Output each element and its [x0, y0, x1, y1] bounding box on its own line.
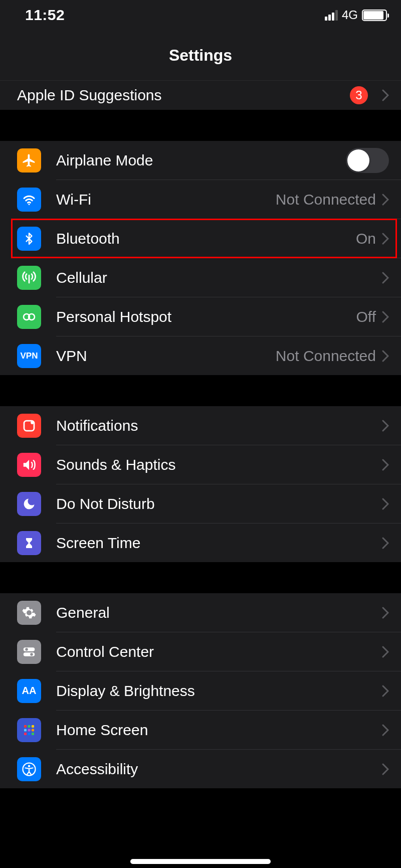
row-home-screen[interactable]: Home Screen — [0, 711, 401, 749]
row-airplane-mode[interactable]: Airplane Mode — [0, 141, 401, 180]
row-value: On — [356, 230, 376, 247]
group-alerts: Notifications Sounds & Haptics Do Not Di… — [0, 406, 401, 562]
vpn-icon: VPN — [17, 344, 41, 368]
svg-rect-9 — [24, 725, 27, 728]
hotspot-icon — [17, 305, 41, 329]
chevron-right-icon — [382, 194, 389, 206]
home-screen-icon — [17, 718, 41, 742]
wifi-icon — [17, 188, 41, 212]
row-apple-id-suggestions[interactable]: Apple ID Suggestions 3 — [0, 81, 401, 110]
chevron-right-icon — [382, 272, 389, 284]
row-label: Personal Hotspot — [56, 308, 356, 325]
chevron-right-icon — [382, 233, 389, 245]
group-apple-id: Apple ID Suggestions 3 — [0, 81, 401, 110]
row-label: Home Screen — [56, 722, 382, 739]
row-label: Control Center — [56, 643, 382, 660]
row-personal-hotspot[interactable]: Personal Hotspot Off — [0, 297, 401, 336]
hourglass-icon — [17, 531, 41, 555]
status-time: 11:52 — [25, 7, 65, 24]
row-value: Off — [356, 308, 376, 325]
chevron-right-icon — [382, 89, 389, 101]
row-label: Do Not Disturb — [56, 495, 382, 512]
status-bar: 11:52 4G — [0, 0, 401, 30]
row-general[interactable]: General — [0, 593, 401, 632]
svg-point-8 — [30, 653, 33, 656]
row-sounds-haptics[interactable]: Sounds & Haptics — [0, 445, 401, 484]
svg-rect-17 — [32, 733, 34, 735]
row-label: Wi-Fi — [56, 191, 276, 208]
nav-header: Settings — [0, 30, 401, 81]
group-connectivity: Airplane Mode Wi-Fi Not Connected Blueto… — [0, 141, 401, 375]
home-indicator[interactable] — [130, 859, 271, 864]
group-system: General Control Center AA Display & Brig… — [0, 593, 401, 788]
status-indicators: 4G — [325, 8, 387, 22]
row-value: Not Connected — [276, 191, 376, 208]
page-title: Settings — [169, 46, 232, 65]
row-notifications[interactable]: Notifications — [0, 406, 401, 445]
row-vpn[interactable]: VPN VPN Not Connected — [0, 336, 401, 375]
svg-point-7 — [25, 648, 28, 651]
row-screen-time[interactable]: Screen Time — [0, 524, 401, 562]
bluetooth-icon — [17, 227, 41, 251]
chevron-right-icon — [382, 459, 389, 471]
row-display-brightness[interactable]: AA Display & Brightness — [0, 671, 401, 710]
chevron-right-icon — [382, 537, 389, 549]
svg-rect-12 — [24, 729, 27, 731]
section-gap — [0, 110, 401, 141]
cellular-icon — [17, 266, 41, 290]
display-icon-text: AA — [22, 685, 37, 697]
row-value: Not Connected — [276, 348, 376, 365]
svg-rect-13 — [28, 729, 31, 731]
row-label: Airplane Mode — [56, 152, 346, 169]
row-accessibility[interactable]: Accessibility — [0, 750, 401, 788]
chevron-right-icon — [382, 498, 389, 510]
row-label: Screen Time — [56, 535, 382, 552]
svg-rect-6 — [24, 652, 35, 656]
gear-icon — [17, 601, 41, 625]
moon-icon — [17, 492, 41, 516]
chevron-right-icon — [382, 763, 389, 775]
svg-rect-15 — [24, 733, 27, 735]
sounds-icon — [17, 453, 41, 477]
svg-point-0 — [29, 203, 30, 205]
row-label: Cellular — [56, 269, 382, 286]
vpn-icon-text: VPN — [21, 351, 38, 361]
network-type: 4G — [342, 8, 358, 22]
row-label: General — [56, 604, 382, 621]
row-label: Display & Brightness — [56, 682, 382, 700]
chevron-right-icon — [382, 350, 389, 362]
chevron-right-icon — [382, 646, 389, 658]
svg-rect-14 — [32, 729, 34, 731]
svg-rect-10 — [28, 725, 31, 728]
accessibility-icon — [17, 757, 41, 781]
row-wifi[interactable]: Wi-Fi Not Connected — [0, 180, 401, 219]
airplane-icon — [17, 148, 41, 172]
row-label: Notifications — [56, 417, 382, 434]
chevron-right-icon — [382, 311, 389, 323]
row-bluetooth[interactable]: Bluetooth On — [0, 219, 401, 258]
notifications-icon — [17, 414, 41, 438]
row-label: VPN — [56, 348, 276, 365]
svg-rect-11 — [32, 725, 34, 728]
row-label: Sounds & Haptics — [56, 456, 382, 473]
chevron-right-icon — [382, 685, 389, 697]
cellular-signal-icon — [325, 10, 338, 21]
section-gap — [0, 375, 401, 406]
chevron-right-icon — [382, 724, 389, 736]
display-icon: AA — [17, 679, 41, 703]
row-label: Accessibility — [56, 761, 382, 778]
svg-rect-5 — [24, 647, 35, 651]
airplane-toggle[interactable] — [346, 148, 389, 173]
svg-rect-16 — [28, 733, 31, 735]
badge-count: 3 — [350, 86, 368, 104]
svg-point-4 — [31, 421, 34, 424]
svg-point-19 — [28, 765, 31, 767]
chevron-right-icon — [382, 420, 389, 432]
row-label: Apple ID Suggestions — [17, 87, 350, 104]
control-center-icon — [17, 640, 41, 664]
row-cellular[interactable]: Cellular — [0, 258, 401, 297]
battery-icon — [362, 10, 387, 21]
section-gap — [0, 562, 401, 593]
row-control-center[interactable]: Control Center — [0, 632, 401, 671]
row-do-not-disturb[interactable]: Do Not Disturb — [0, 484, 401, 523]
